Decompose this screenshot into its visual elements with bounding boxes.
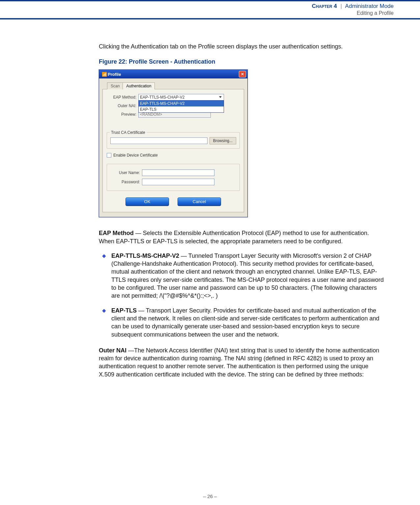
- outer-nai-heading: Outer NAI: [99, 347, 126, 354]
- credentials-group: User Name: Password:: [107, 164, 240, 191]
- password-input[interactable]: [142, 179, 214, 185]
- enable-device-cert-checkbox[interactable]: [107, 153, 111, 158]
- antenna-icon: 📶: [102, 72, 106, 77]
- chevron-down-icon: [219, 96, 222, 98]
- dialog-titlebar[interactable]: 📶 Profile ✕: [99, 70, 247, 78]
- tab-scan[interactable]: Scan: [107, 82, 123, 89]
- profile-dialog: 📶 Profile ✕ Scan Authentication EAP Meth…: [99, 70, 248, 217]
- label-preview: Preview:: [107, 112, 136, 117]
- header-subtitle: Editing a Profile: [0, 10, 394, 17]
- eap-method-menu: EAP-TTLS-MS-CHAP-V2 EAP-TLS: [138, 100, 224, 113]
- cancel-button[interactable]: Cancel: [178, 197, 221, 206]
- header-title: Administrator Mode: [345, 3, 394, 9]
- page-header: Chapter 4 | Administrator Mode Editing a…: [0, 0, 420, 19]
- header-separator: |: [338, 3, 344, 9]
- bullet-eap-tls: EAP-TLS — Transport Layer Security. Prov…: [99, 307, 384, 339]
- dialog-title: Profile: [108, 72, 121, 77]
- eap-method-option-2[interactable]: EAP-TLS: [139, 106, 224, 112]
- tab-panel-auth: EAP Method: EAP-TTLS-MS-CHAP-V2 EAP-TTLS…: [102, 89, 244, 213]
- tab-authentication[interactable]: Authentication: [123, 82, 155, 89]
- label-outer-nai: Outer NAI:: [107, 103, 136, 108]
- eap-method-text: — Selects the Extensible Authentication …: [99, 230, 369, 244]
- close-button[interactable]: ✕: [239, 71, 246, 77]
- label-user-name: User Name:: [110, 170, 140, 175]
- browse-button[interactable]: Browsing...: [210, 137, 236, 144]
- eap-method-selected: EAP-TTLS-MS-CHAP-V2: [140, 95, 184, 100]
- close-icon: ✕: [241, 72, 244, 77]
- trust-ca-group: Trust CA Certificate Browsing...: [107, 132, 240, 149]
- eap-method-option-1[interactable]: EAP-TTLS-MS-CHAP-V2: [139, 101, 224, 106]
- eap-method-dropdown[interactable]: EAP-TTLS-MS-CHAP-V2 EAP-TTLS-MS-CHAP-V2 …: [138, 94, 224, 101]
- eap-method-heading: EAP Method: [99, 230, 134, 236]
- page-footer: – 26 –: [0, 493, 420, 499]
- bullet-eap-ttls-text: — Tunneled Transport Layer Security with…: [111, 252, 384, 299]
- label-eap-method: EAP Method:: [107, 95, 136, 100]
- intro-text: Clicking the Authentication tab on the P…: [99, 43, 384, 50]
- label-password: Password:: [110, 179, 140, 185]
- bullet-eap-tls-title: EAP-TLS: [111, 307, 137, 314]
- chapter-label: Chapter 4: [312, 3, 337, 9]
- trust-ca-legend: Trust CA Certificate: [110, 130, 147, 135]
- user-name-input[interactable]: [142, 169, 214, 176]
- ok-button[interactable]: OK: [126, 197, 169, 206]
- bullet-eap-ttls: EAP-TTLS-MS-CHAP-V2 — Tunneled Transport…: [99, 252, 384, 300]
- bullet-eap-ttls-title: EAP-TTLS-MS-CHAP-V2: [111, 252, 179, 259]
- ca-cert-path-input[interactable]: [110, 137, 208, 144]
- bullet-eap-tls-text: — Transport Layer Security. Provides for…: [111, 307, 379, 338]
- outer-nai-text: —The Network Access Identifier (NAI) tex…: [99, 347, 379, 378]
- enable-device-cert-label: Enable Device Certificate: [113, 153, 158, 158]
- figure-caption: Figure 22: Profile Screen - Authenticati…: [99, 58, 384, 66]
